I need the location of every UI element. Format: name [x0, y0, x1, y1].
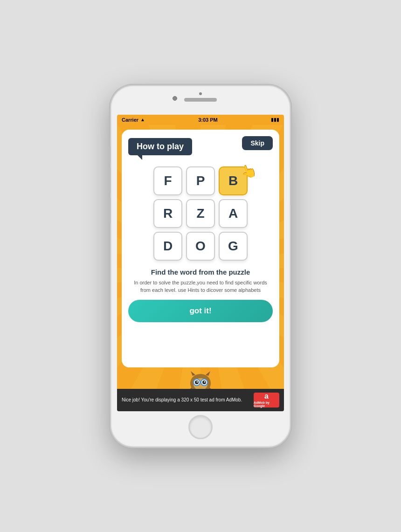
carrier-label: Carrier — [122, 117, 138, 123]
cell-G[interactable]: G — [219, 232, 248, 261]
status-bar: Carrier ▲ 3:03 PM ▮▮▮ — [117, 115, 284, 125]
admob-banner: Nice job! You're displaying a 320 x 50 t… — [117, 389, 284, 411]
cell-R[interactable]: R — [153, 199, 182, 228]
status-left: Carrier ▲ — [122, 117, 145, 123]
home-button[interactable] — [188, 415, 213, 439]
admob-text: Nice job! You're displaying a 320 x 50 t… — [122, 397, 250, 403]
got-it-button[interactable]: got it! — [128, 300, 273, 322]
svg-point-12 — [197, 381, 198, 382]
svg-marker-2 — [191, 371, 195, 376]
front-camera — [173, 96, 177, 101]
phone-speaker — [184, 98, 217, 102]
mute-button — [109, 146, 111, 163]
skip-button[interactable]: Skip — [242, 136, 273, 150]
power-button — [290, 167, 292, 205]
status-right: ▮▮▮ — [271, 117, 279, 122]
how-to-play-banner: How to play — [128, 138, 192, 155]
admob-logo: a AdMob by Google — [254, 393, 279, 408]
battery-icon: ▮▮▮ — [271, 117, 279, 122]
find-word-title: Find the word from the puzzle — [151, 268, 250, 276]
volume-up-button — [109, 167, 111, 193]
screen-content: Skip How to play F P B 👆 — [117, 125, 284, 411]
phone-frame: Carrier ▲ 3:03 PM ▮▮▮ Skip How to play — [110, 84, 291, 448]
cell-P[interactable]: P — [186, 166, 215, 195]
cell-B[interactable]: B 👆 — [219, 166, 248, 195]
cell-D[interactable]: D — [153, 232, 182, 261]
svg-marker-3 — [206, 371, 210, 376]
wifi-icon: ▲ — [140, 117, 145, 122]
svg-point-13 — [204, 381, 206, 382]
status-time: 3:03 PM — [198, 117, 218, 123]
cell-O[interactable]: O — [186, 232, 215, 261]
letter-grid: F P B 👆 R Z — [153, 166, 248, 261]
cell-A[interactable]: A — [219, 199, 248, 228]
find-word-desc: In order to solve the puzzle,you need to… — [128, 279, 273, 294]
tutorial-card: Skip How to play F P B 👆 — [122, 130, 279, 367]
cell-F[interactable]: F — [153, 166, 182, 195]
finger-pointer-icon: 👆 — [238, 161, 259, 181]
phone-screen: Carrier ▲ 3:03 PM ▮▮▮ Skip How to play — [117, 115, 284, 411]
cell-Z[interactable]: Z — [186, 199, 215, 228]
volume-down-button — [109, 198, 111, 223]
